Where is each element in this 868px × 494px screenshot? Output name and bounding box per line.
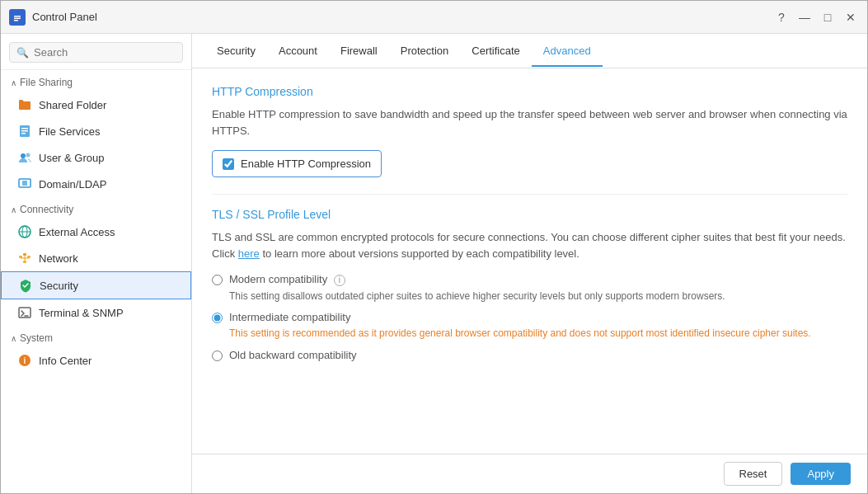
svg-rect-1: [14, 16, 21, 17]
sidebar-item-label: External Access: [39, 226, 115, 238]
domain-icon: [17, 176, 32, 191]
svg-rect-2: [14, 17, 21, 19]
sidebar-item-label: Network: [39, 252, 78, 265]
tab-bar: Security Account Firewall Protection Cer…: [192, 34, 867, 68]
radio-content-intermediate: Intermediate compatibility This setting …: [229, 311, 811, 341]
external-access-icon: [17, 224, 32, 239]
security-icon: [18, 278, 33, 293]
sidebar-item-network[interactable]: Network: [1, 245, 191, 271]
sidebar-item-label: User & Group: [39, 152, 104, 164]
minimize-button[interactable]: —: [796, 9, 813, 26]
section-label: Connectivity: [20, 204, 73, 215]
enable-http-compression-checkbox[interactable]: Enable HTTP Compression: [212, 150, 382, 177]
sidebar-item-info-center[interactable]: i Info Center: [1, 347, 191, 374]
tls-desc-part2: to learn more about versions supported b…: [260, 247, 579, 260]
tls-ssl-section: TLS / SSL Profile Level TLS and SSL are …: [212, 208, 847, 365]
sidebar-item-file-services[interactable]: File Services: [1, 118, 191, 144]
sidebar-item-domain-ldap[interactable]: Domain/LDAP: [1, 171, 191, 197]
title-bar: Control Panel ? — □ ✕: [1, 1, 867, 34]
chevron-icon: ∧: [11, 205, 16, 214]
file-services-icon: [17, 124, 32, 139]
tls-ssl-desc: TLS and SSL are common encrypted protoco…: [212, 229, 847, 261]
http-compression-input[interactable]: [223, 158, 234, 170]
radio-label-intermediate: Intermediate compatibility: [229, 311, 811, 323]
svg-point-8: [21, 153, 26, 158]
help-button[interactable]: ?: [773, 9, 790, 26]
search-input[interactable]: [34, 46, 176, 59]
search-input-wrap[interactable]: 🔍: [9, 42, 183, 63]
radio-label-old: Old backward compatibility: [229, 349, 357, 361]
close-button[interactable]: ✕: [842, 9, 859, 26]
main-layout: 🔍 ∧ File Sharing Shared Folder: [1, 34, 867, 493]
content-area: Security Account Firewall Protection Cer…: [192, 34, 867, 493]
sidebar-item-terminal-snmp[interactable]: Terminal & SNMP: [1, 299, 191, 326]
info-icon: i: [17, 353, 32, 368]
radio-option-modern[interactable]: Modern compatibility i This setting disa…: [212, 273, 847, 303]
tab-certificate[interactable]: Certificate: [460, 36, 532, 67]
network-icon: [17, 251, 32, 266]
radio-intermediate[interactable]: [212, 313, 223, 323]
info-badge-modern[interactable]: i: [334, 275, 345, 286]
http-compression-desc: Enable HTTP compression to save bandwidt…: [212, 106, 847, 139]
tls-ssl-title: TLS / SSL Profile Level: [212, 208, 847, 221]
folder-icon: [17, 97, 32, 112]
users-icon: [17, 150, 32, 165]
window-title: Control Panel: [32, 11, 773, 23]
apply-button[interactable]: Apply: [791, 463, 851, 485]
radio-old[interactable]: [212, 351, 223, 361]
svg-rect-6: [21, 130, 28, 132]
http-compression-section: HTTP Compression Enable HTTP compression…: [212, 85, 847, 177]
radio-content-modern: Modern compatibility i This setting disa…: [229, 273, 725, 303]
search-bar: 🔍: [1, 34, 191, 70]
tab-protection[interactable]: Protection: [389, 36, 461, 67]
sidebar-item-label: Terminal & SNMP: [39, 307, 124, 319]
chevron-icon: ∧: [11, 78, 16, 87]
http-compression-title: HTTP Compression: [212, 85, 847, 98]
section-label: System: [20, 332, 53, 344]
control-panel-window: Control Panel ? — □ ✕ 🔍 ∧ File Sharing: [0, 0, 868, 494]
radio-modern[interactable]: [212, 275, 223, 285]
sidebar-item-user-group[interactable]: User & Group: [1, 144, 191, 171]
svg-point-9: [26, 153, 30, 158]
sidebar-section-connectivity[interactable]: ∧ Connectivity: [1, 197, 191, 219]
radio-content-old: Old backward compatibility: [229, 349, 357, 365]
tab-security[interactable]: Security: [205, 36, 267, 67]
sidebar-item-external-access[interactable]: External Access: [1, 219, 191, 245]
svg-rect-3: [14, 20, 18, 21]
tab-advanced[interactable]: Advanced: [532, 36, 603, 67]
sidebar-item-label: Shared Folder: [39, 99, 106, 111]
radio-option-intermediate[interactable]: Intermediate compatibility This setting …: [212, 311, 847, 341]
tab-firewall[interactable]: Firewall: [329, 36, 389, 67]
sidebar-item-shared-folder[interactable]: Shared Folder: [1, 92, 191, 118]
section-divider: [212, 194, 847, 195]
checkbox-label: Enable HTTP Compression: [241, 158, 371, 170]
reset-button[interactable]: Reset: [724, 462, 783, 486]
sidebar-item-label: Info Center: [39, 355, 91, 367]
scroll-content: HTTP Compression Enable HTTP compression…: [192, 68, 867, 454]
search-icon: 🔍: [16, 47, 29, 59]
sidebar-item-label: Domain/LDAP: [39, 178, 106, 191]
sidebar-item-label: File Services: [39, 125, 100, 138]
radio-desc-intermediate: This setting is recommended as it provid…: [229, 327, 811, 341]
app-icon: [9, 9, 26, 26]
tls-here-link[interactable]: here: [238, 247, 260, 260]
svg-text:i: i: [24, 356, 26, 365]
radio-option-old[interactable]: Old backward compatibility: [212, 349, 847, 365]
radio-desc-modern: This setting disallows outdated cipher s…: [229, 289, 725, 303]
tls-radio-group: Modern compatibility i This setting disa…: [212, 273, 847, 365]
svg-rect-5: [21, 128, 28, 129]
svg-rect-7: [21, 133, 26, 134]
sidebar-section-file-sharing[interactable]: ∧ File Sharing: [1, 70, 191, 92]
sidebar: 🔍 ∧ File Sharing Shared Folder: [1, 34, 192, 493]
tab-account[interactable]: Account: [267, 36, 329, 67]
chevron-icon: ∧: [11, 334, 16, 343]
maximize-button[interactable]: □: [819, 9, 836, 26]
terminal-icon: [17, 305, 32, 320]
sidebar-section-system[interactable]: ∧ System: [1, 326, 191, 347]
section-label: File Sharing: [20, 77, 73, 88]
svg-rect-11: [22, 181, 27, 186]
radio-label-modern: Modern compatibility i: [229, 273, 725, 286]
bottom-bar: Reset Apply: [192, 454, 867, 493]
svg-rect-16: [23, 253, 26, 256]
sidebar-item-security[interactable]: Security: [1, 271, 191, 299]
